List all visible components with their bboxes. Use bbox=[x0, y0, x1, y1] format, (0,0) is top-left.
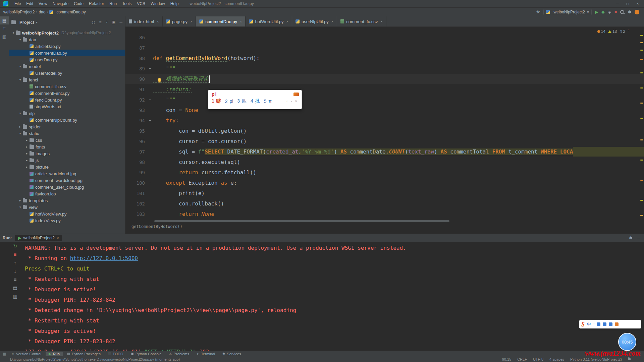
console-toolbar-icon-2[interactable]: ↑ bbox=[14, 260, 16, 265]
minimize-button[interactable]: ─ bbox=[613, 1, 622, 6]
sogou-ime-toolbar[interactable]: S 中 ’ bbox=[579, 320, 641, 328]
console-toolbar-icon-4[interactable]: ≡ bbox=[14, 277, 16, 282]
close-icon[interactable]: × bbox=[57, 236, 59, 240]
toolwindow-run[interactable]: ▶Run bbox=[46, 352, 63, 356]
console-toolbar-icon-5[interactable]: ▤ bbox=[13, 285, 17, 291]
skin-icon[interactable] bbox=[609, 322, 612, 326]
floating-timer-badge[interactable]: 00:45 bbox=[618, 333, 636, 351]
expand-chevron-icon[interactable]: ▾ bbox=[18, 78, 22, 81]
mic-icon[interactable] bbox=[597, 322, 600, 326]
console-toolbar-icon-3[interactable]: ↓ bbox=[14, 268, 16, 274]
tree-item-view[interactable]: ▾view bbox=[9, 204, 125, 210]
lock-icon[interactable] bbox=[628, 358, 631, 360]
stripe-mark[interactable] bbox=[640, 42, 643, 43]
tree-item-userdao-py[interactable]: userDao.py bbox=[9, 56, 125, 63]
punctuation-icon[interactable]: ’ bbox=[593, 322, 594, 327]
expand-chevron-icon[interactable]: ▸ bbox=[18, 199, 22, 202]
ime-candidate-5[interactable]: 5 π bbox=[264, 99, 272, 104]
menu-tools[interactable]: Tools bbox=[120, 1, 134, 7]
maximize-button[interactable]: □ bbox=[623, 1, 632, 6]
tree-item-fonts[interactable]: ▸fonts bbox=[9, 143, 125, 150]
tab-index-html[interactable]: index.html× bbox=[125, 16, 163, 26]
coverage-button[interactable]: ◈ bbox=[608, 10, 611, 14]
tree-item-images[interactable]: ▸images bbox=[9, 150, 125, 157]
horizontal-scrollbar[interactable] bbox=[154, 220, 449, 222]
panel-header-icon-3[interactable]: ▣ bbox=[112, 20, 115, 24]
toolwindow-python-console[interactable]: ▣Python Console bbox=[127, 352, 164, 356]
menu-help[interactable]: Help bbox=[168, 1, 181, 7]
stripe-mark[interactable] bbox=[640, 50, 643, 51]
keyboard-icon[interactable] bbox=[603, 322, 606, 326]
expand-chevron-icon[interactable]: ▸ bbox=[25, 145, 29, 148]
fold-icon[interactable]: − bbox=[147, 119, 153, 122]
tab-close-icon[interactable]: × bbox=[286, 19, 288, 23]
tree-item-fencicount-py[interactable]: fenciCount.py bbox=[9, 97, 125, 103]
bookmarks-tool-icon[interactable]: ▥ bbox=[0, 33, 9, 41]
tree-item-nlp[interactable]: ▾nlp bbox=[9, 110, 125, 117]
expand-chevron-icon[interactable]: ▸ bbox=[25, 165, 29, 169]
tree-item-static[interactable]: ▾static bbox=[9, 130, 125, 137]
debug-button[interactable]: ◆ bbox=[601, 10, 604, 14]
panel-header-icon-1[interactable]: ≡ bbox=[99, 20, 102, 24]
tree-item-comment-fc-csv[interactable]: comment_fc.csv bbox=[9, 83, 125, 90]
expand-chevron-icon[interactable]: ▸ bbox=[25, 159, 29, 162]
menu-edit[interactable]: Edit bbox=[24, 1, 36, 7]
status-item-2[interactable]: UTF-8 bbox=[533, 357, 543, 361]
tree-item-hotwordview-py[interactable]: hotWordView.py bbox=[9, 210, 125, 217]
toolwindow-version-control[interactable]: ◇Version Control bbox=[9, 352, 44, 356]
stripe-mark[interactable] bbox=[640, 103, 643, 104]
tree-item-comment-user-cloud-jpg[interactable]: comment_user_cloud.jpg bbox=[9, 184, 125, 190]
panel-header-icon-4[interactable]: ─ bbox=[119, 20, 122, 24]
settings-gear-icon[interactable]: ✱ bbox=[628, 10, 631, 14]
tab-comment-fc-csv[interactable]: comment_fc.csv× bbox=[337, 16, 386, 26]
breadcrumb-item[interactable]: commentDao.py bbox=[56, 10, 86, 14]
intention-bulb-icon[interactable] bbox=[158, 78, 161, 82]
expand-chevron-icon[interactable]: ▾ bbox=[11, 31, 15, 35]
breadcrumb-item[interactable]: weiboNlpProject2 bbox=[3, 10, 35, 14]
stripe-mark[interactable] bbox=[640, 118, 643, 119]
panel-header-icon-2[interactable]: ÷ bbox=[106, 20, 108, 24]
expand-chevron-icon[interactable]: ▾ bbox=[18, 132, 22, 135]
code-editor[interactable]: 868788def getCommentByHotWord(hotword):8… bbox=[125, 32, 644, 220]
tree-item-usermodel-py[interactable]: UserModel.py bbox=[9, 70, 125, 76]
tree-item-model[interactable]: ▾model bbox=[9, 63, 125, 70]
chinese-mode-icon[interactable]: 中 bbox=[587, 321, 591, 327]
avatar[interactable] bbox=[635, 10, 639, 14]
tab-close-icon[interactable]: × bbox=[190, 19, 192, 23]
fold-icon[interactable]: − bbox=[147, 67, 153, 70]
tree-item-css[interactable]: ▸css bbox=[9, 137, 125, 143]
stripe-mark[interactable] bbox=[640, 72, 643, 73]
build-icon[interactable]: ⚒ bbox=[536, 10, 540, 14]
ime-tool-icon[interactable] bbox=[293, 93, 299, 96]
expand-chevron-icon[interactable]: ▾ bbox=[18, 205, 22, 209]
stripe-mark[interactable] bbox=[640, 87, 643, 88]
expand-chevron-icon[interactable]: ▾ bbox=[18, 65, 22, 68]
tree-item-fenci[interactable]: ▾fenci bbox=[9, 76, 125, 83]
ime-candidate-4[interactable]: 4 批 bbox=[251, 98, 260, 104]
ime-candidate-3[interactable]: 3 匹 bbox=[237, 98, 247, 104]
stripe-mark[interactable] bbox=[640, 160, 643, 161]
panel-header-icon-0[interactable]: ◎ bbox=[92, 20, 95, 24]
tree-item-spider[interactable]: ▸spider bbox=[9, 123, 125, 130]
toolwindow-python-packages[interactable]: ▤Python Packages bbox=[64, 352, 104, 356]
tree-item-stopwords-txt[interactable]: stopWords.txt bbox=[9, 103, 125, 110]
ime-pager[interactable]: ‹ › ˅ bbox=[286, 99, 298, 103]
status-item-4[interactable]: Python 3.11 (weiboNlpProject2) bbox=[570, 357, 622, 361]
menu-file[interactable]: File bbox=[12, 1, 23, 7]
stripe-mark[interactable] bbox=[640, 215, 643, 216]
tree-item-picture[interactable]: ▸picture bbox=[9, 164, 125, 170]
tab-commentdao-py[interactable]: commentDao.py× bbox=[196, 16, 246, 26]
run-button[interactable]: ▶ bbox=[595, 10, 598, 14]
stripe-mark[interactable] bbox=[640, 59, 643, 60]
editor-area[interactable]: index.html×page.py×commentDao.py×hotWord… bbox=[125, 16, 644, 234]
fold-icon[interactable]: − bbox=[147, 98, 153, 102]
close-button[interactable]: × bbox=[633, 1, 642, 6]
console-toolbar-icon-0[interactable]: ↻ bbox=[13, 243, 17, 249]
tab-close-icon[interactable]: × bbox=[380, 19, 382, 23]
structure-tool-icon[interactable]: ⌗ bbox=[0, 24, 9, 33]
console-toolbar-icon-1[interactable]: ■ bbox=[14, 252, 16, 257]
menu-code[interactable]: Code bbox=[71, 1, 86, 7]
tab-hotwordutil-py[interactable]: hotWordUtil.py× bbox=[246, 16, 292, 26]
status-item-1[interactable]: CRLF bbox=[517, 357, 527, 361]
project-panel-title[interactable]: Project bbox=[19, 20, 34, 25]
